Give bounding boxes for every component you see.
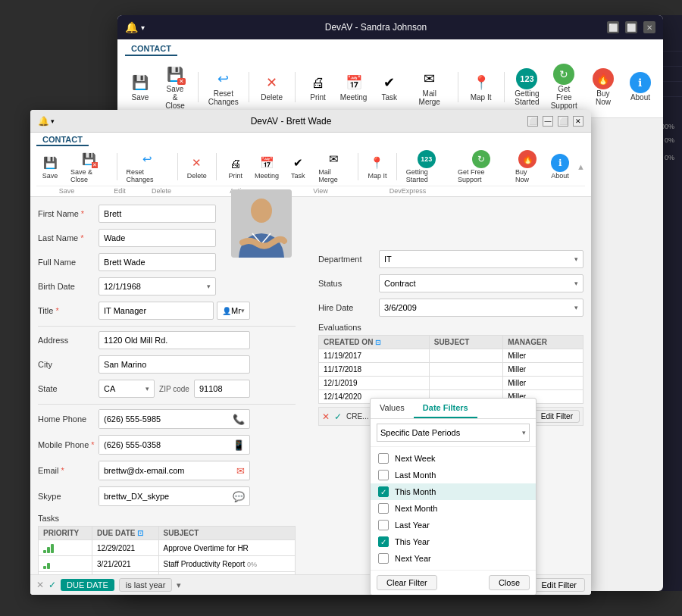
popup-item-this-year[interactable]: ✓ This Year [371,533,536,550]
filter-dropdown-arrow[interactable]: ▾ [177,580,181,590]
outer-buy-now-btn[interactable]: 🔥 Buy Now [586,67,621,108]
prefix-select[interactable]: 👤 Mr ▾ [217,302,250,320]
checkbox-this-month[interactable]: ✓ [378,486,389,497]
inner-minimize-btn[interactable]: — [543,116,553,127]
inner-mail-btn[interactable]: ✉ Mail Merge [314,149,352,184]
eval-col-manager: MANAGER [503,336,583,349]
inner-map-btn[interactable]: 📍 Map It [364,153,391,180]
inner-titlebar: 🔔 ▾ DevAV - Brett Wade ⬜ — ⬜ ✕ [30,110,591,133]
outer-free-support-btn[interactable]: ↻ Get FreeSupport [546,62,581,111]
checkbox-next-month[interactable] [378,503,389,514]
state-select[interactable]: CA ▾ [99,380,155,398]
birth-date-select[interactable]: 12/1/1968 ▾ [99,277,216,295]
inner-free-support-btn[interactable]: ↻ Get Free Support [454,149,508,184]
zip-input[interactable] [194,380,250,398]
outer-about-btn[interactable]: ℹ About [625,70,655,103]
checkbox-last-year[interactable] [378,520,389,530]
eval-remove-btn[interactable]: ✕ [322,411,330,422]
inner-meeting-btn[interactable]: 📅 Meeting [252,153,282,180]
department-select[interactable]: IT ▾ [379,250,583,268]
popup-item-next-week[interactable]: Next Week [371,450,536,467]
filter-condition-tag[interactable]: is last year [119,578,173,592]
inner-print-btn[interactable]: 🖨 Print [222,153,249,180]
inner-map-icon: 📍 [368,154,386,172]
popup-tab-date-filters[interactable]: Date Filters [414,399,477,418]
outer-getting-started-btn[interactable]: 123 GettingStarted [512,67,542,108]
filter-confirm-btn[interactable]: ✓ [48,580,56,590]
last-name-input[interactable] [99,229,216,247]
outer-maximize-btn[interactable]: ⬜ [625,21,637,33]
inner-getting-started-btn[interactable]: 123 Getting Started [402,149,451,184]
eval-confirm-btn[interactable]: ✓ [334,411,342,422]
popup-list: Next Week Last Month ✓ This Month Next M… [371,447,536,570]
email-input[interactable] [99,461,232,480]
outer-mail-btn[interactable]: ✉ Mail Merge [409,67,450,108]
status-select[interactable]: Contract ▾ [379,274,583,292]
inner-collapse-btn[interactable]: ▲ [577,162,585,171]
inner-window: 🔔 ▾ DevAV - Brett Wade ⬜ — ⬜ ✕ CONTACT 💾… [30,110,591,595]
email-label: Email [38,466,99,475]
outer-close-btn[interactable]: ✕ [643,21,655,33]
photo-area [231,197,292,258]
outer-save-btn[interactable]: 💾 Save [125,70,155,103]
inner-ribbon-tab-contact[interactable]: CONTACT [36,134,89,146]
eval-filter-icon[interactable]: ⊡ [375,339,381,346]
inner-close-btn[interactable]: ✕ [573,116,583,127]
hire-date-select[interactable]: 3/6/2009 ▾ [379,299,583,317]
outer-meeting-btn[interactable]: 📅 Meeting [338,70,370,103]
popup-close-btn[interactable]: Close [489,575,530,590]
eval-edit-filter-btn[interactable]: Edit Filter [534,410,580,423]
outer-delete-btn[interactable]: ✕ Delete [257,70,287,103]
outer-reset-btn[interactable]: ↩ ResetChanges [206,67,241,108]
popup-item-next-month[interactable]: Next Month [371,500,536,517]
filter-remove-btn[interactable]: ✕ [36,580,44,590]
popup-filter-select[interactable]: Specific Date Periods ▾ [377,424,530,442]
checkbox-this-year[interactable]: ✓ [378,536,389,547]
inner-task-btn[interactable]: ✔ Task [284,153,311,180]
checkbox-next-year[interactable] [378,553,389,564]
popup-item-this-month[interactable]: ✓ This Month [371,483,536,500]
checkbox-next-week[interactable] [378,453,389,464]
popup-item-last-year[interactable]: Last Year [371,517,536,533]
inner-about-btn[interactable]: ℹ About [546,153,574,180]
inner-restore-btn[interactable]: ⬜ [527,116,538,127]
outer-task-btn[interactable]: ✔ Task [374,70,405,103]
outer-save-close-btn[interactable]: 💾✕ Save &Close [160,62,190,111]
due-date-filter-icon[interactable]: ⊡ [137,529,143,537]
popup-item-last-month[interactable]: Last Month [371,467,536,483]
inner-reset-btn[interactable]: ↩ Reset Changes [123,149,172,184]
outer-ribbon-tab-contact[interactable]: CONTACT [125,42,177,56]
home-phone-input[interactable] [99,410,228,428]
ribbon-group-labels: Save Edit Delete Actions View DevExpress [36,186,585,195]
title-input[interactable] [99,302,214,320]
popup-item-next-year[interactable]: Next Year [371,550,536,567]
address-input[interactable] [99,331,250,349]
outer-print-btn[interactable]: 🖨 Print [303,70,333,103]
inner-meeting-label: Meeting [255,172,279,180]
inner-save-btn[interactable]: 💾 Save [36,153,64,180]
first-name-input[interactable] [99,205,216,223]
eval-manager-3: Miller [503,377,583,390]
filter-field-tag[interactable]: DUE DATE [61,579,114,591]
priority-bars-1 [43,543,87,553]
popup-clear-btn[interactable]: Clear Filter [377,575,437,590]
checkbox-last-month[interactable] [378,470,389,480]
eval-date-1: 11/19/2017 [319,349,430,363]
inner-delete-btn[interactable]: ✕ Delete [183,153,211,180]
filter-edit-btn[interactable]: Edit Filter [533,578,585,592]
city-input[interactable] [99,355,250,374]
popup-tab-values[interactable]: Values [371,399,414,418]
skype-input[interactable] [99,487,228,505]
inner-divider-4 [358,153,358,180]
inner-buy-now-btn[interactable]: 🔥 Buy Now [512,149,543,184]
outer-minimize-btn[interactable]: ⬜ [607,21,619,33]
outer-reset-label: ResetChanges [208,89,239,106]
department-row: Department IT ▾ [318,250,583,268]
outer-map-btn[interactable]: 📍 Map It [466,70,496,103]
outer-getting-started-label: GettingStarted [515,89,539,106]
mobile-phone-input[interactable] [99,436,228,454]
inner-save-close-btn[interactable]: 💾✕ Save & Close [67,149,111,184]
inner-maximize-btn[interactable]: ⬜ [558,116,568,127]
outer-map-label: Map It [471,93,492,102]
full-name-input[interactable] [99,253,216,271]
